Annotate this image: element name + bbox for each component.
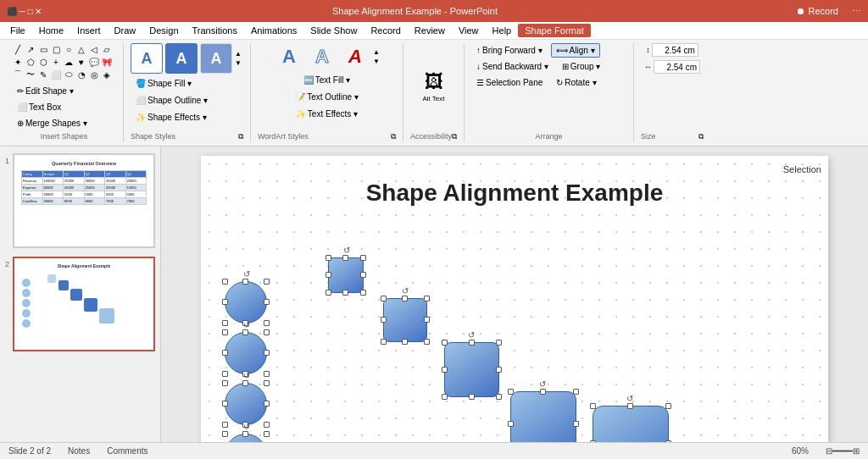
shape-circle-2-group[interactable]: ↺: [225, 332, 267, 374]
shape-arrow[interactable]: ↗: [25, 43, 36, 55]
shape-style-2[interactable]: A: [165, 43, 198, 74]
shape-freeform[interactable]: 〜: [25, 69, 36, 80]
shape-banner[interactable]: 🎀: [101, 56, 113, 68]
width-input-group: ↔: [644, 60, 700, 74]
menu-slideshow[interactable]: Slide Show: [303, 24, 364, 37]
shape-rtri[interactable]: ◁: [88, 43, 100, 55]
text-outline-button[interactable]: 📝 Text Outline ▾: [290, 90, 364, 104]
rotate-button[interactable]: ↻ Rotate ▾: [551, 75, 601, 90]
wordart-btn-3[interactable]: A: [340, 43, 370, 70]
shape-donut[interactable]: ◎: [88, 69, 100, 80]
shape-circle-2[interactable]: [225, 332, 267, 374]
width-input[interactable]: [654, 60, 700, 74]
shape-circle[interactable]: ○: [63, 43, 75, 55]
shape-curve[interactable]: ⌒: [12, 69, 24, 80]
shape-oval[interactable]: ⬭: [63, 69, 75, 80]
effects-icon: ✨: [136, 113, 146, 122]
more-options-icon: ⋯: [852, 6, 861, 17]
shape-sq-2[interactable]: [383, 298, 427, 342]
shape-circle-1-group[interactable]: ↺: [225, 281, 267, 324]
slide-1-thumb[interactable]: Quarterly Financial Overview Categ Budge…: [13, 153, 155, 248]
height-input[interactable]: [652, 43, 698, 57]
shape-styles-dialog-icon[interactable]: ⧉: [238, 132, 243, 141]
shape-star[interactable]: ✦: [12, 56, 24, 68]
shape-misc[interactable]: ◈: [101, 69, 113, 80]
selection-pane-button[interactable]: ☰ Selection Pane: [471, 75, 548, 90]
menu-bar: File Home Insert Draw Design Transitions…: [0, 22, 868, 40]
notes-button[interactable]: Notes: [68, 446, 90, 456]
shape-rounded-rect[interactable]: ▢: [50, 43, 62, 55]
shape-line[interactable]: ╱: [12, 43, 24, 55]
menu-design[interactable]: Design: [142, 24, 185, 37]
menu-draw[interactable]: Draw: [108, 24, 143, 37]
text-fill-button[interactable]: 🔤 Text Fill ▾: [298, 73, 356, 87]
shape-fill-button[interactable]: 🪣 Shape Fill ▾: [131, 76, 197, 91]
slide-1-table: Categ Budget Q1 Q2 Q3 Q4 Revenue 100000 …: [21, 170, 147, 205]
shape-scribble[interactable]: ✎: [37, 69, 49, 80]
shape-circle-3-group[interactable]: ↺: [225, 383, 267, 425]
shape-tri[interactable]: △: [75, 43, 87, 55]
shape-sq-1[interactable]: [328, 257, 364, 293]
menu-view[interactable]: View: [452, 24, 486, 37]
shape-cloud[interactable]: ☁: [63, 56, 75, 68]
align-button[interactable]: ⟺ Align ▾: [551, 43, 600, 58]
shape-sq-3-group[interactable]: ↺: [444, 342, 499, 397]
text-effects-button[interactable]: ✨ Text Effects ▾: [291, 107, 363, 121]
text-box-button[interactable]: ⬜ Text Box: [12, 100, 92, 114]
menu-shape-format[interactable]: Shape Format: [518, 24, 591, 37]
shape-sq-1-group[interactable]: ↺: [328, 257, 364, 293]
shape-para[interactable]: ▱: [101, 43, 113, 55]
shape-sq-2-group[interactable]: ↺: [383, 298, 427, 342]
shape-heart[interactable]: ♥: [75, 56, 87, 68]
shape-styles-label: Shape Styles: [131, 130, 175, 142]
send-backward-button[interactable]: ↓ Send Backward ▾: [471, 59, 554, 74]
bring-forward-button[interactable]: ↑ Bring Forward ▾: [471, 43, 548, 58]
menu-transitions[interactable]: Transitions: [186, 24, 244, 37]
menu-insert[interactable]: Insert: [70, 24, 108, 37]
wordart-label: WordArt Styles: [258, 130, 309, 142]
shape-style-3[interactable]: A: [200, 43, 232, 74]
slide-1-number: 1: [5, 153, 9, 165]
size-dialog-icon[interactable]: ⧉: [698, 132, 704, 141]
ribbon-group-insert-shapes: ╱ ↗ ▭ ▢ ○ △ ◁ ▱ ✦ ⬠ ⬡ + ☁ ♥ 💬 🎀 ⌒ 〜: [5, 43, 124, 142]
styles-scroll[interactable]: ▲ ▼: [235, 50, 242, 67]
accessibility-dialog-icon[interactable]: ⧉: [452, 132, 457, 141]
menu-record[interactable]: Record: [364, 24, 407, 37]
menu-review[interactable]: Review: [408, 24, 452, 37]
shape-chord[interactable]: ◔: [75, 69, 87, 80]
shape-outline-button[interactable]: ⬜ Shape Outline ▾: [131, 93, 213, 108]
shape-circle-3[interactable]: [225, 383, 267, 425]
merge-shapes-button[interactable]: ⊕ Merge Shapes ▾: [12, 116, 92, 130]
shape-sq-3[interactable]: [444, 342, 499, 397]
menu-help[interactable]: Help: [486, 24, 519, 37]
shape-plus[interactable]: +: [50, 56, 62, 68]
wordart-btn-2[interactable]: A: [307, 43, 337, 70]
canvas-area[interactable]: Shape Alignment Example ↺: [161, 147, 868, 459]
wordart-scroll[interactable]: ▲ ▼: [373, 48, 380, 65]
menu-file[interactable]: File: [3, 24, 32, 37]
shape-circle-1[interactable]: [225, 281, 267, 324]
slide-2-thumb[interactable]: Shape Alignment Example: [13, 257, 155, 351]
shape-effects-button[interactable]: ✨ Shape Effects ▾: [131, 110, 212, 124]
shape-style-1[interactable]: A: [131, 43, 163, 74]
alt-text-button[interactable]: 🖼 Alt Text: [417, 68, 449, 106]
shape-pentagon[interactable]: ⬠: [25, 56, 36, 68]
wordart-dialog-icon[interactable]: ⧉: [391, 132, 396, 141]
shape-rect[interactable]: ▭: [37, 43, 49, 55]
shape-hex[interactable]: ⬡: [37, 56, 49, 68]
menu-home[interactable]: Home: [32, 24, 70, 37]
wordart-btn-1[interactable]: A: [274, 43, 304, 70]
ribbon-group-wordart: A A A ▲ ▼ 🔤 Text Fill ▾ 📝 Text Outline ▾…: [251, 43, 403, 142]
shape-callout[interactable]: 💬: [88, 56, 100, 68]
zoom-slider[interactable]: ⊟━━━━⊞: [826, 446, 860, 456]
comments-button[interactable]: Comments: [107, 446, 147, 456]
shape-styles-content: A A A ▲ ▼ 🪣 Shape Fill ▾ ⬜ Shape Outline…: [131, 43, 243, 130]
group-button[interactable]: ⊞ Group ▾: [557, 59, 606, 74]
edit-shape-button[interactable]: ✏ Edit Shape ▾: [12, 84, 92, 98]
width-icon: ↔: [644, 63, 652, 71]
menu-animations[interactable]: Animations: [244, 24, 303, 37]
arrange-label: Arrange: [471, 130, 626, 142]
shape-frame[interactable]: ⬜: [50, 69, 62, 80]
ribbon-group-arrange: ↑ Bring Forward ▾ ⟺ Align ▾ ↓ Send Backw…: [465, 43, 634, 142]
record-button[interactable]: ⏺ Record: [787, 3, 847, 19]
